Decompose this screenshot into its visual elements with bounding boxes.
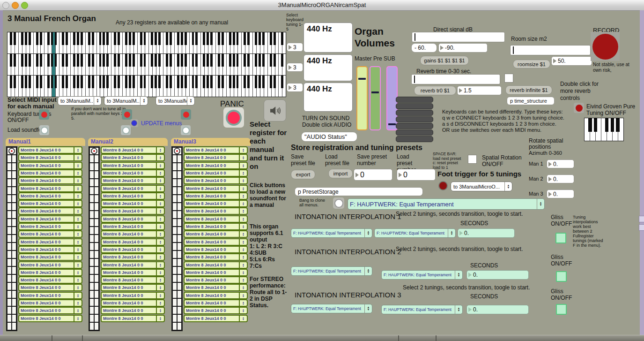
piano-black-key[interactable] <box>55 76 57 88</box>
matrix-cell[interactable] <box>89 290 94 298</box>
register-menu[interactable]: Montre 8 Jeux14 0 0▲▼ <box>18 284 82 291</box>
matrix-cell[interactable] <box>177 171 182 179</box>
register-menu[interactable]: Montre 8 Jeux14 0 0▲▼ <box>184 230 248 238</box>
matrix-cell[interactable] <box>89 187 94 195</box>
matrix-cell[interactable] <box>12 195 16 203</box>
matrix-cell[interactable] <box>94 163 99 171</box>
piano-black-key[interactable] <box>144 54 146 67</box>
matrix-cell[interactable] <box>7 235 12 242</box>
tuning-numbox-2[interactable]: 3 <box>287 63 303 72</box>
matrix-cell[interactable] <box>94 298 99 306</box>
matrix-cell[interactable] <box>172 187 177 195</box>
matrix-cell[interactable] <box>89 250 94 258</box>
piano-black-key[interactable] <box>40 76 42 88</box>
register-menu[interactable]: Montre 8 Jeux14 0 0▲▼ <box>18 192 82 200</box>
matrix-cell[interactable] <box>177 163 182 171</box>
matrix-cell[interactable] <box>172 322 177 330</box>
piano-black-key[interactable] <box>125 32 127 45</box>
preset-storage-patch[interactable]: p PresetStorage <box>295 187 423 196</box>
matrix-cell[interactable] <box>177 227 182 235</box>
matrix-cell[interactable] <box>89 306 94 314</box>
matrix-cell[interactable] <box>12 203 16 211</box>
register-menu[interactable]: Montre 8 Jeux14 0 0▲▼ <box>101 169 165 177</box>
register-menu[interactable]: Montre 8 Jeux14 0 0▲▼ <box>18 200 82 207</box>
piano-black-key[interactable] <box>616 118 619 132</box>
intonation-2-menu-a[interactable]: F: HAUPTWERK: Equal Temperament▲▼ <box>291 266 372 276</box>
piano-black-key[interactable] <box>181 32 183 45</box>
matrix-cell[interactable] <box>172 155 177 163</box>
scrollbar-box[interactable] <box>639 216 644 222</box>
piano-black-key[interactable] <box>281 32 283 45</box>
matrix-cell[interactable] <box>94 171 99 179</box>
piano-white-key[interactable] <box>275 54 279 75</box>
matrix-cell[interactable] <box>94 266 99 274</box>
piano-black-key[interactable] <box>166 32 168 45</box>
matrix-cell[interactable] <box>177 274 182 282</box>
register-menu[interactable]: Montre 8 Jeux14 0 0▲▼ <box>101 299 165 307</box>
radio-led[interactable] <box>7 147 16 155</box>
register-menu[interactable]: Montre 8 Jeux14 0 0▲▼ <box>101 315 165 322</box>
piano-black-key[interactable] <box>118 32 120 45</box>
piano-black-key[interactable] <box>129 54 131 67</box>
piano-black-key[interactable] <box>92 54 94 67</box>
gliss-toggle-2[interactable] <box>556 271 567 282</box>
piano-black-key[interactable] <box>14 54 16 67</box>
matrix-cell[interactable] <box>94 195 99 203</box>
matrix-cell[interactable] <box>89 258 94 266</box>
pre-volume-slider[interactable] <box>370 66 381 130</box>
piano-black-key[interactable] <box>103 76 105 88</box>
piano-black-key[interactable] <box>185 54 187 67</box>
direct-msg[interactable]: - 60. <box>411 43 437 53</box>
matrix-cell[interactable] <box>172 171 177 179</box>
matrix-cell[interactable] <box>89 163 94 171</box>
piano-black-key[interactable] <box>25 54 27 67</box>
piano-black-key[interactable] <box>222 76 224 88</box>
piano-black-key[interactable] <box>222 32 224 45</box>
matrix-cell[interactable] <box>94 282 99 290</box>
piano-black-key[interactable] <box>218 32 220 45</box>
piano-black-key[interactable] <box>40 32 42 45</box>
matrix-cell[interactable] <box>89 298 94 306</box>
piano-black-key[interactable] <box>185 76 187 88</box>
register-select-matrix[interactable] <box>89 146 100 331</box>
piano-black-key[interactable] <box>10 76 12 88</box>
room-size-slider[interactable] <box>510 45 591 55</box>
piano-black-key[interactable] <box>36 76 38 88</box>
piano-black-key[interactable] <box>51 54 53 67</box>
midi-menu-1[interactable]: to 3ManualM..▲▼ <box>58 96 102 106</box>
pitch-display-2[interactable]: 440 Hz <box>303 54 353 81</box>
clone-menus-bang[interactable] <box>333 197 344 209</box>
piano-black-key[interactable] <box>274 54 276 67</box>
register-menu[interactable]: Montre 8 Jeux14 0 0▲▼ <box>18 177 82 184</box>
piano-black-key[interactable] <box>158 76 161 88</box>
piano-black-key[interactable] <box>62 54 64 67</box>
right-scrollbar[interactable] <box>640 10 644 335</box>
piano-black-key[interactable] <box>88 54 90 67</box>
master-volume-slider[interactable] <box>356 66 368 130</box>
register-menu[interactable]: Montre 8 Jeux14 0 0▲▼ <box>18 276 82 284</box>
register-menu[interactable]: Montre 8 Jeux14 0 0▲▼ <box>101 207 165 215</box>
matrix-cell[interactable] <box>172 298 177 306</box>
stack-bar[interactable] <box>396 97 433 103</box>
matrix-cell[interactable] <box>12 219 16 227</box>
piano-black-key[interactable] <box>210 32 213 45</box>
piano-black-key[interactable] <box>203 32 205 45</box>
piano-black-key[interactable] <box>229 32 231 45</box>
tuning-numbox-3[interactable]: 3 <box>287 83 303 92</box>
matrix-cell[interactable] <box>94 219 99 227</box>
piano-black-key[interactable] <box>195 76 198 88</box>
tuning-toggle-3[interactable] <box>181 109 191 120</box>
matrix-cell[interactable] <box>89 227 94 235</box>
matrix-cell[interactable] <box>12 227 16 235</box>
register-menu[interactable]: Montre 8 Jeux14 0 0▲▼ <box>184 261 248 269</box>
piano-black-key[interactable] <box>14 32 16 45</box>
piano-black-key[interactable] <box>222 54 224 67</box>
piano-black-key[interactable] <box>36 54 38 67</box>
matrix-cell[interactable] <box>172 274 177 282</box>
matrix-cell[interactable] <box>172 306 177 314</box>
pitch-display-3[interactable]: 440 Hz <box>303 83 353 112</box>
matrix-cell[interactable] <box>177 282 182 290</box>
piano-black-key[interactable] <box>114 32 116 45</box>
matrix-cell[interactable] <box>94 211 99 219</box>
piano-black-key[interactable] <box>158 54 161 67</box>
